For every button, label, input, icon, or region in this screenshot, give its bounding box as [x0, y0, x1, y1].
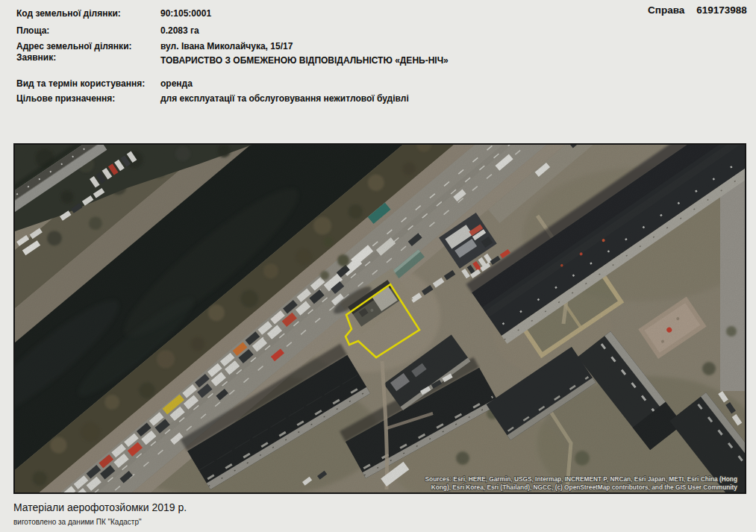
field-label-use-type: Вид та термін користування: — [16, 78, 145, 89]
field-value-area: 0.2083 га — [160, 25, 199, 36]
field-value-use-type: оренда — [160, 78, 193, 89]
footer-source-line: Матеріали аерофотозйомки 2019 р. — [13, 501, 187, 513]
field-value-address: вул. Івана Миколайчука, 15/17 — [160, 41, 293, 51]
case-number-block: Справа 619173988 — [648, 4, 747, 16]
field-label-area: Площа: — [16, 25, 49, 36]
field-label-applicant: Заявник: — [16, 52, 56, 63]
case-number: 619173988 — [696, 4, 747, 16]
field-value-applicant: ТОВАРИСТВО З ОБМЕЖЕНОЮ ВІДПОВІДАЛЬНІСТЮ … — [160, 55, 449, 66]
field-label-parcel-code: Код земельної ділянки: — [16, 8, 121, 19]
map-attribution: Sources: Esri, HERE, Garmin, USGS, Inter… — [425, 475, 738, 491]
cadastral-document-page: Код земельної ділянки: 90:105:0001 Площа… — [0, 0, 756, 532]
aerial-map-image: Sources: Esri, HERE, Garmin, USGS, Inter… — [15, 145, 745, 492]
aerial-map: Sources: Esri, HERE, Garmin, USGS, Inter… — [13, 143, 746, 494]
footer-produced-by-line: виготовлено за даними ПК "Кадастр" — [13, 518, 142, 526]
attribution-line-2: Kong), Esri Korea, Esri (Thailand), NGCC… — [431, 484, 738, 491]
field-label-address: Адрес земельної ділянки: — [16, 41, 132, 51]
case-label: Справа — [648, 4, 684, 16]
field-value-parcel-code: 90:105:0001 — [160, 8, 211, 19]
field-value-purpose: для експлуатації та обслуговування нежит… — [160, 93, 409, 104]
field-label-purpose: Цільове призначення: — [16, 93, 115, 104]
attribution-line-1: Sources: Esri, HERE, Garmin, USGS, Inter… — [425, 475, 737, 483]
